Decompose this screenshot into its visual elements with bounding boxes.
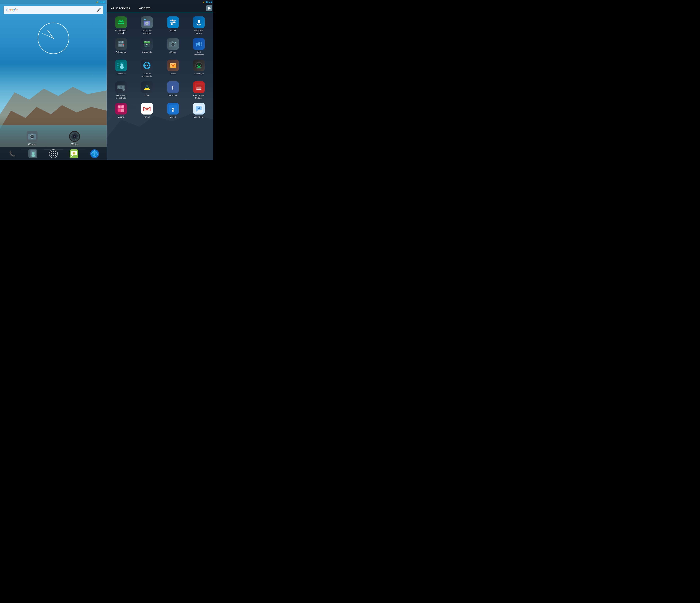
camara-app-label: Cámara bbox=[169, 51, 176, 53]
app-camara[interactable]: Cámara bbox=[160, 36, 186, 58]
app-gmail[interactable]: M Gmail bbox=[134, 101, 160, 120]
contactos-icon bbox=[115, 59, 127, 71]
google-label: Google bbox=[170, 116, 176, 118]
svg-rect-116 bbox=[121, 86, 121, 87]
bottom-dock: 📞 bbox=[0, 147, 107, 160]
svg-point-6 bbox=[53, 38, 54, 39]
descargas-icon bbox=[193, 59, 205, 71]
svg-rect-119 bbox=[118, 87, 119, 88]
svg-point-53 bbox=[171, 23, 173, 25]
clock-svg bbox=[37, 22, 70, 55]
dock-apps-launcher[interactable] bbox=[48, 149, 58, 159]
app-busqueda-voz[interactable]: Búsquedapor voz bbox=[186, 15, 212, 36]
left-status-time: 10:49 bbox=[99, 1, 105, 4]
app-drive[interactable]: Drive bbox=[134, 79, 160, 101]
svg-rect-81 bbox=[145, 41, 146, 42]
app-dispositivo[interactable]: Dispositivode entrada bbox=[108, 79, 134, 101]
left-panel: ⚡ 10:49 Google 🎤 bbox=[0, 0, 107, 160]
musica-label: Música bbox=[71, 143, 78, 145]
svg-text:–: – bbox=[119, 41, 120, 43]
app-facebook[interactable]: f Facebook bbox=[160, 79, 186, 101]
app-calendario[interactable]: Calendario bbox=[134, 36, 160, 58]
google-logo: Google bbox=[6, 8, 18, 12]
app-copia-seguridad[interactable]: Copia deseguridad y bbox=[134, 58, 160, 79]
svg-rect-118 bbox=[123, 86, 124, 87]
gmail-label: Gmail bbox=[144, 116, 150, 118]
app-galeria[interactable]: Galería bbox=[108, 101, 134, 120]
svg-rect-120 bbox=[119, 87, 120, 88]
home-app-icons: Cámara Música bbox=[0, 131, 107, 145]
right-battery-icon: ⚡ bbox=[202, 1, 205, 3]
svg-point-52 bbox=[173, 21, 175, 23]
svg-rect-54 bbox=[198, 20, 200, 23]
svg-point-144 bbox=[118, 106, 120, 108]
admin-archivos-label: Admin. dearchivos bbox=[143, 29, 152, 34]
svg-text:📞: 📞 bbox=[9, 151, 15, 157]
right-status-icons: ⚡ bbox=[202, 1, 205, 3]
svg-point-78 bbox=[148, 45, 149, 45]
svg-rect-143 bbox=[121, 109, 124, 112]
dock-browser[interactable] bbox=[90, 149, 100, 159]
svg-text:g: g bbox=[172, 106, 174, 112]
app-google[interactable]: g Google bbox=[160, 101, 186, 120]
app-calculadora[interactable]: – + – = Calculadora bbox=[108, 36, 134, 58]
facebook-label: Facebook bbox=[169, 94, 177, 97]
app-ajustes[interactable]: Ajustes bbox=[160, 15, 186, 36]
tab-aplicaciones[interactable]: APLICACIONES bbox=[107, 4, 134, 12]
dock-contacts[interactable] bbox=[28, 149, 38, 159]
svg-rect-63 bbox=[121, 44, 123, 45]
svg-marker-101 bbox=[144, 64, 146, 67]
svg-rect-67 bbox=[121, 45, 123, 47]
svg-rect-142 bbox=[118, 109, 121, 112]
svg-rect-122 bbox=[122, 87, 123, 88]
drive-icon bbox=[141, 81, 153, 93]
app-flash-player[interactable]: F Flash PlayerSettings bbox=[186, 79, 212, 101]
dock-sms[interactable] bbox=[69, 149, 79, 159]
calendario-label: Calendario bbox=[142, 51, 152, 53]
svg-text:F: F bbox=[196, 85, 199, 91]
contactos-label: Contactos bbox=[117, 72, 126, 75]
home-app-camara[interactable]: Cámara bbox=[27, 131, 38, 145]
svg-text:=: = bbox=[121, 41, 122, 43]
svg-point-95 bbox=[121, 64, 123, 66]
svg-rect-66 bbox=[120, 45, 121, 47]
svg-point-23 bbox=[31, 154, 35, 157]
dispositivo-label: Dispositivode entrada bbox=[116, 94, 126, 99]
google-talk-label: Google Talk bbox=[194, 116, 204, 118]
dock-phone[interactable]: 📞 bbox=[7, 149, 17, 159]
galeria-icon bbox=[115, 103, 127, 115]
drive-label: Drive bbox=[145, 94, 149, 97]
svg-point-46 bbox=[147, 23, 147, 24]
app-descargas[interactable]: Descargas bbox=[186, 58, 212, 79]
store-button[interactable] bbox=[205, 4, 213, 12]
right-status-bar: ⚡ 10:49 bbox=[107, 0, 213, 4]
mic-icon[interactable]: 🎤 bbox=[97, 8, 101, 12]
svg-point-96 bbox=[120, 66, 124, 69]
svg-rect-82 bbox=[148, 41, 149, 42]
svg-point-22 bbox=[32, 152, 35, 154]
app-correo[interactable]: Correo bbox=[160, 58, 186, 79]
actualizaciones-label: Actualizaciones del bbox=[115, 29, 127, 34]
app-google-talk[interactable]: talk Google Talk bbox=[186, 101, 212, 120]
cell-broadcasts-label: CellBroadcasts bbox=[194, 51, 204, 56]
busqueda-icon bbox=[193, 17, 205, 28]
search-bar[interactable]: Google 🎤 bbox=[4, 6, 103, 14]
correo-label: Correo bbox=[170, 72, 176, 75]
actualizaciones-icon bbox=[115, 17, 127, 28]
app-actualizaciones[interactable]: Actualizaciones del bbox=[108, 15, 134, 36]
svg-rect-73 bbox=[144, 43, 150, 43]
svg-rect-88 bbox=[172, 41, 173, 42]
copia-seguridad-icon bbox=[141, 59, 153, 71]
flash-player-label: Flash PlayerSettings bbox=[193, 94, 204, 99]
app-contactos[interactable]: Contactos bbox=[108, 58, 134, 79]
dispositivo-icon bbox=[115, 81, 127, 93]
admin-archivos-icon bbox=[141, 17, 153, 28]
app-cell-broadcasts[interactable]: CellBroadcasts bbox=[186, 36, 212, 58]
home-app-musica[interactable]: Música bbox=[69, 131, 80, 145]
app-admin-archivos[interactable]: Admin. dearchivos bbox=[134, 15, 160, 36]
svg-point-51 bbox=[172, 20, 174, 21]
gmail-icon: M bbox=[141, 103, 153, 115]
flash-icon: F bbox=[193, 81, 205, 93]
correo-icon bbox=[167, 59, 179, 71]
tab-widgets[interactable]: WIDGETS bbox=[134, 4, 155, 12]
